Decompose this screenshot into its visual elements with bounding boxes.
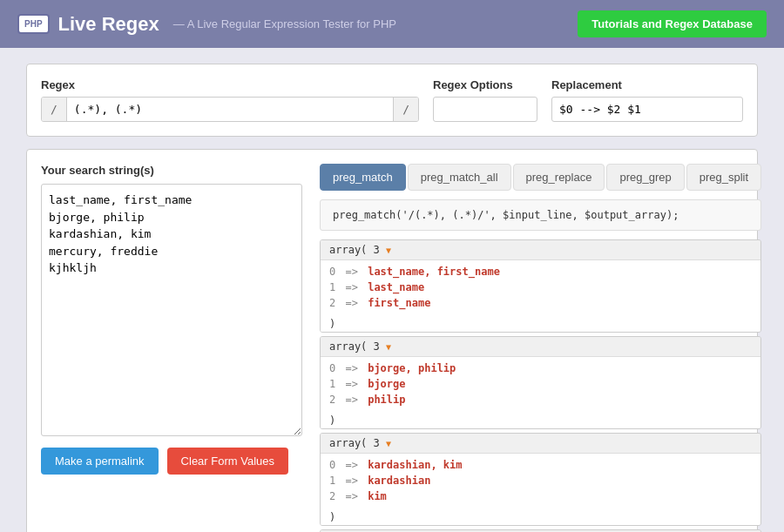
body-section: Your search string(s) last_name, first_n… [26, 149, 758, 532]
result-index: 1 [329, 475, 335, 487]
result-row: 2 => first_name [329, 295, 752, 311]
regex-label: Regex [41, 78, 419, 91]
regex-options-input[interactable] [433, 97, 537, 122]
arrow-eq: => [345, 394, 357, 406]
tab-preg-split[interactable]: preg_split [686, 164, 761, 191]
arrow-eq: => [345, 475, 357, 487]
result-row: 2 => kim [329, 488, 752, 504]
options-label: Regex Options [433, 78, 537, 91]
regex-field-group: Regex / / [41, 78, 419, 122]
regex-input[interactable] [67, 98, 393, 121]
regex-row: Regex / / Regex Options Replacement [41, 78, 743, 122]
result-block-1: array( 3 ▼ 0 => last_name, first_name 1 … [320, 239, 761, 333]
tabs-bar: preg_match preg_match_all preg_replace p… [320, 164, 761, 191]
match-value: last_name [368, 281, 424, 293]
match-value: kardashian [368, 475, 430, 487]
result-index: 2 [329, 394, 335, 406]
result-close-1: ) [321, 316, 760, 332]
match-value: philip [368, 394, 405, 406]
results-container: array( 3 ▼ 0 => last_name, first_name 1 … [320, 239, 761, 532]
result-row: 0 => last_name, first_name [329, 264, 752, 279]
regex-section: Regex / / Regex Options Replacement [26, 64, 758, 137]
result-block-2: array( 3 ▼ 0 => bjorge, philip 1 => [320, 336, 761, 429]
options-field-group: Regex Options [433, 78, 537, 122]
replacement-input[interactable] [551, 97, 743, 122]
header-left: PHP Live Regex — A Live Regular Expressi… [17, 13, 396, 36]
search-strings-title: Your search string(s) [41, 164, 302, 177]
function-display: preg_match('/(.*), (.*)/', $input_line, … [320, 199, 761, 231]
arrow-eq: => [345, 459, 357, 471]
result-row: 0 => kardashian, kim [329, 457, 752, 473]
textarea-buttons: Make a permalink Clear Form Values [41, 448, 302, 475]
result-index: 0 [329, 266, 335, 278]
match-value: bjorge [368, 378, 405, 390]
match-value: kim [368, 490, 387, 502]
tab-preg-match-all[interactable]: preg_match_all [408, 164, 511, 191]
result-index: 2 [329, 490, 335, 502]
arrow-eq: => [345, 281, 357, 293]
arrow-eq: => [345, 297, 357, 309]
result-row: 1 => kardashian [329, 473, 752, 488]
result-row: 1 => last_name [329, 279, 752, 295]
tab-preg-match[interactable]: preg_match [320, 164, 406, 191]
clear-button[interactable]: Clear Form Values [167, 448, 288, 475]
result-index: 0 [329, 459, 335, 471]
match-value: first_name [368, 297, 430, 309]
match-value: bjorge, philip [368, 362, 456, 374]
permalink-button[interactable]: Make a permalink [41, 448, 159, 475]
app-header: PHP Live Regex — A Live Regular Expressi… [0, 0, 784, 48]
search-textarea[interactable]: last_name, first_name bjorge, philip kar… [41, 184, 302, 436]
app-title: Live Regex [58, 13, 159, 36]
left-panel: Your search string(s) last_name, first_n… [41, 164, 302, 532]
collapse-arrow-1[interactable]: ▼ [386, 246, 391, 255]
tutorials-button[interactable]: Tutorials and Regex Database [578, 10, 767, 37]
result-close-3: ) [321, 509, 760, 525]
right-panel: preg_match preg_match_all preg_replace p… [320, 164, 761, 532]
result-body-1: 0 => last_name, first_name 1 => last_nam… [321, 260, 760, 316]
tab-preg-grep[interactable]: preg_grep [606, 164, 684, 191]
arrow-eq: => [345, 378, 357, 390]
replacement-label: Replacement [551, 78, 743, 91]
result-row: 2 => philip [329, 392, 752, 407]
result-row: 1 => bjorge [329, 376, 752, 392]
result-index: 0 [329, 362, 335, 374]
result-body-2: 0 => bjorge, philip 1 => bjorge 2 [321, 357, 760, 413]
result-body-3: 0 => kardashian, kim 1 => kardashian 2 [321, 454, 760, 509]
collapse-arrow-2[interactable]: ▼ [386, 342, 391, 352]
app-subtitle: — A Live Regular Expression Tester for P… [173, 17, 396, 30]
tab-preg-replace[interactable]: preg_replace [513, 164, 605, 191]
match-value: last_name, first_name [368, 266, 500, 278]
main-content: Regex / / Regex Options Replacement You [17, 64, 767, 532]
result-block-3: array( 3 ▼ 0 => kardashian, kim 1 => [320, 433, 761, 526]
match-value: kardashian, kim [368, 459, 462, 471]
result-header-2: array( 3 ▼ [321, 337, 760, 357]
arrow-eq: => [345, 490, 357, 502]
result-row: 0 => bjorge, philip [329, 360, 752, 376]
result-index: 2 [329, 297, 335, 309]
regex-slash-left: / [42, 98, 67, 121]
result-header-1: array( 3 ▼ [321, 240, 760, 260]
logo: PHP [17, 14, 50, 34]
result-index: 1 [329, 378, 335, 390]
result-index: 1 [329, 281, 335, 293]
collapse-arrow-3[interactable]: ▼ [386, 439, 391, 448]
regex-input-wrap: / / [41, 97, 419, 122]
replacement-field-group: Replacement [551, 78, 743, 122]
result-header-3: array( 3 ▼ [321, 434, 760, 454]
regex-slash-right: / [393, 98, 418, 121]
arrow-eq: => [345, 362, 357, 374]
result-close-2: ) [321, 413, 760, 428]
body-inner: Your search string(s) last_name, first_n… [41, 164, 743, 532]
arrow-eq: => [345, 266, 357, 278]
